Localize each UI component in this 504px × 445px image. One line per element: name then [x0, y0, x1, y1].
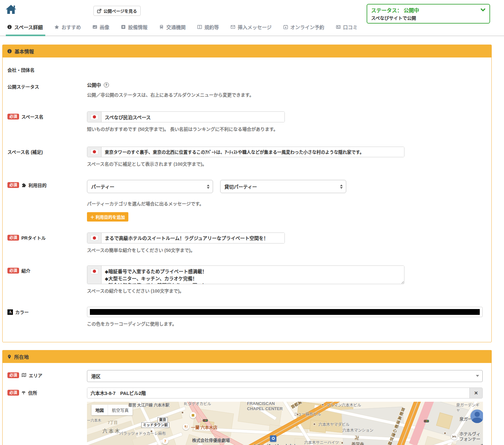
status-dropdown[interactable]: ステータス： 公開中 スペなびサイトで公開 [367, 4, 490, 24]
select-arrows-icon [207, 184, 209, 189]
tab-label: オンライン予約 [290, 24, 324, 30]
area-select[interactable]: 港区 [87, 370, 483, 382]
map-label: 7丁目 [108, 420, 118, 425]
space-name-input[interactable] [102, 112, 284, 122]
tab-reviews[interactable]: 口コミ [336, 24, 358, 36]
address-input[interactable] [87, 388, 469, 398]
publish-status-label: 公開ステータス [7, 83, 39, 90]
space-name-row: 必須 スペース名 短いものがおすすめです (50文字まで)。 長い名前はランキン… [7, 111, 483, 133]
purpose-subcategory-select[interactable]: 貸切パーティー [220, 180, 346, 193]
japanese-flag-icon [87, 266, 102, 284]
tab-label: 交通機関 [166, 24, 186, 30]
japanese-flag-icon [87, 233, 102, 243]
map-label: 六本木サニーハイツ [304, 440, 339, 445]
view-public-page-button[interactable]: 公開ページを見る [93, 6, 141, 16]
map-label: ま [480, 444, 483, 445]
basic-info-header: 基本情報 [3, 45, 491, 57]
intro-row: 必須 紹介 ◆暗証番号で入室するためプライベート感満載！ ◆大型モニター、キッチ… [7, 265, 483, 295]
area-label: エリア [29, 372, 42, 378]
calendar-plus-icon [283, 25, 288, 29]
info-circle-icon [7, 49, 12, 54]
map-label: 株式会社俳優座劇場 [192, 438, 230, 443]
publish-status-row: 公開ステータス 公開中 ? 公開／非公開のステータスは、右上にあるプルダウンメニ… [7, 81, 483, 98]
space-name-sub-help: スペース名の下に補足として表示されます (100文字まで)。 [87, 160, 483, 168]
area-row: 必須 エリア 港区 [7, 370, 483, 382]
location-section: 所在地 必須 エリア 港区 必須 住所 [2, 350, 492, 445]
map-label: ミッドタウン前 [141, 422, 169, 428]
building-marker [444, 432, 446, 434]
help-question-icon[interactable]: ? [104, 82, 109, 88]
intro-help: スペースの紹介をしてください (100文字まで)。 [87, 287, 483, 295]
map-label: 六本木 [102, 428, 121, 434]
star-icon [54, 25, 59, 29]
info-circle-icon [7, 25, 12, 29]
required-badge: 必須 [7, 114, 19, 119]
tab-terms[interactable]: 規約等 [197, 24, 219, 36]
tab-label: 規約等 [204, 24, 219, 30]
required-badge: 必須 [7, 235, 19, 241]
status-line1: ステータス： 公開中 [371, 6, 419, 14]
view-public-page-label: 公開ページを見る [103, 8, 137, 14]
map-label: 都営 大江戸線 六本木駅 [128, 403, 169, 408]
tab-space-detail[interactable]: スペース詳細 [7, 24, 43, 36]
space-name-sub-label: スペース名 (補足) [7, 149, 43, 155]
top-header: 公開ページを見る ステータス： 公開中 スペなびサイトで公開 [0, 0, 504, 19]
space-name-sub-row: スペース名 (補足) スペース名の下に補足として表示されます (100文字まで)… [7, 147, 483, 168]
map-label: マルマン六本木ビル [326, 403, 361, 408]
building-marker [150, 430, 153, 432]
tab-images[interactable]: 画像 [92, 24, 109, 36]
tab-label: 設備情報 [128, 24, 147, 30]
color-help: この色をカラーコーディングに使用します。 [87, 320, 483, 327]
map-label: R.タケオカビル [184, 402, 211, 407]
clear-address-button[interactable]: × [469, 388, 482, 398]
location-header: 所在地 [3, 350, 491, 363]
envelope-icon [231, 25, 235, 29]
external-link-icon [97, 9, 102, 13]
space-name-sub-input[interactable] [102, 147, 404, 157]
caret-down-icon [476, 375, 479, 377]
section-title: 基本情報 [15, 48, 34, 55]
columns-icon [197, 25, 202, 29]
building-marker [313, 423, 316, 425]
metro-icon [270, 435, 276, 442]
company-label: 会社・団体名 [7, 67, 35, 73]
japanese-flag-icon [87, 112, 102, 122]
intro-textarea[interactable]: ◆暗証番号で入室するためプライベート感満載！ ◆大型モニター、キッチン、カラオケ… [102, 266, 404, 284]
map-label: ホテルヴィ フォンテー [459, 431, 480, 442]
home-icon[interactable] [5, 4, 17, 15]
color-input[interactable] [87, 307, 483, 317]
tab-label: 挿入メッセージ [238, 24, 272, 30]
puzzle-icon [21, 183, 26, 188]
map-marker-icon [7, 354, 12, 359]
publish-status-help: 公開／非公開のステータスは、右上にあるプルダウンメニューから変更できます。 [87, 91, 483, 98]
pr-title-input[interactable] [102, 233, 284, 243]
newspaper-icon [336, 25, 341, 29]
tab-transport[interactable]: 交通機関 [159, 24, 186, 36]
google-map[interactable]: 地図 航空写真 都営 大江戸線 六本木駅 R.タケオカビル FRANCISCAN… [87, 402, 483, 445]
basic-info-section: 基本情報 会社・団体名 公開ステータス 公開中 ? 公開／非公開のステータスは、… [2, 45, 492, 342]
restaurant-icon [183, 424, 189, 430]
purpose-category-select[interactable]: パーティー [87, 180, 213, 193]
tab-label: スペース詳細 [14, 24, 43, 30]
select-arrows-icon [340, 184, 343, 189]
add-purpose-button[interactable]: ＋ 利用目的を追加 [87, 212, 128, 222]
tab-insert-message[interactable]: 挿入メッセージ [231, 24, 272, 36]
tab-online-booking[interactable]: オンライン予約 [283, 24, 324, 36]
tab-recommend[interactable]: おすすめ [54, 24, 81, 36]
map-label: 六本木マンション [342, 428, 373, 433]
tab-label: おすすめ [61, 24, 81, 30]
purpose-help: パーティーカテゴリを選んだ場合に出るメッセージです。 [87, 200, 483, 207]
tab-facilities[interactable]: 設備情報 [121, 24, 147, 36]
map-button[interactable]: 地図 [91, 405, 108, 415]
postal-mark-icon [21, 390, 26, 395]
required-badge: 必須 [7, 182, 19, 188]
japanese-flag-icon [87, 147, 102, 157]
color-swatch [90, 309, 480, 315]
map-type-control: 地図 航空写真 [91, 405, 133, 415]
map-label: 六本木ヤマダビル [318, 422, 349, 427]
purpose-label: 利用目的 [28, 182, 47, 188]
image-icon [92, 25, 97, 29]
traffic-light-icon [424, 420, 429, 422]
pr-title-label: PRタイトル [21, 234, 46, 241]
address-label: 住所 [28, 389, 37, 396]
